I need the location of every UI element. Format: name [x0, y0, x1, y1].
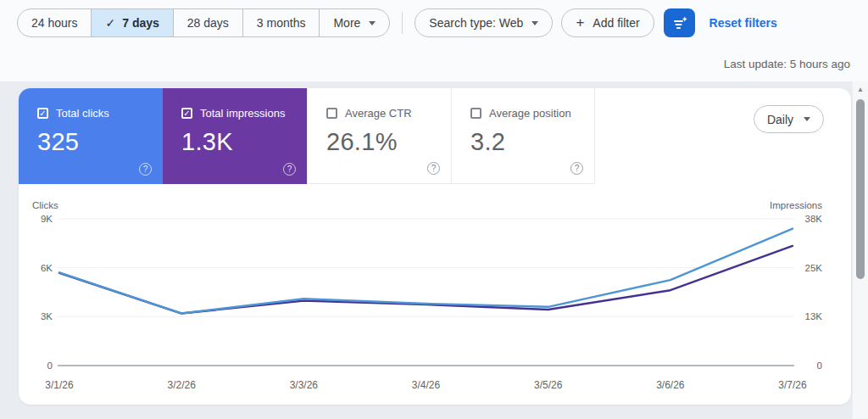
svg-text:3/2/26: 3/2/26 — [167, 379, 196, 391]
vertical-scrollbar[interactable]: ▲ — [853, 81, 868, 419]
total-clicks-card[interactable]: ✓ Total clicks 325 ? — [19, 88, 163, 184]
date-range-28-days[interactable]: 28 days — [173, 9, 242, 36]
svg-text:13K: 13K — [805, 311, 823, 321]
checkbox-unchecked-icon[interactable] — [326, 108, 337, 119]
date-range-segmented-control: 24 hours ✓ 7 days 28 days 3 months More — [17, 8, 390, 37]
date-range-more-dropdown[interactable]: More — [319, 9, 389, 36]
performance-line-chart[interactable]: 003K13K6K25K9K38KClicksImpressions3/1/26… — [19, 192, 851, 404]
svg-text:Clicks: Clicks — [32, 200, 58, 210]
help-icon[interactable]: ? — [283, 163, 296, 176]
date-range-label: 3 months — [257, 16, 306, 30]
svg-text:3/1/26: 3/1/26 — [45, 379, 74, 391]
plus-icon: + — [576, 14, 584, 31]
metric-value: 3.2 — [470, 128, 594, 156]
svg-text:6K: 6K — [41, 263, 53, 273]
date-range-label: 28 days — [187, 16, 229, 30]
svg-text:9K: 9K — [41, 214, 53, 224]
toolbar-divider — [402, 12, 403, 34]
filter-settings-button[interactable] — [664, 8, 695, 37]
svg-text:3/7/26: 3/7/26 — [778, 379, 807, 391]
performance-panel: ✓ Total clicks 325 ? ✓ Total impressions… — [19, 88, 851, 405]
svg-text:Impressions: Impressions — [770, 200, 822, 210]
more-label: More — [333, 16, 360, 30]
svg-text:38K: 38K — [805, 214, 823, 224]
svg-text:25K: 25K — [805, 263, 823, 273]
metric-label: Total impressions — [200, 107, 285, 120]
svg-text:3/4/26: 3/4/26 — [412, 379, 441, 391]
search-type-dropdown[interactable]: Search type: Web — [415, 8, 553, 37]
svg-text:0: 0 — [47, 360, 53, 371]
date-range-7-days[interactable]: ✓ 7 days — [91, 9, 172, 36]
svg-text:3/3/26: 3/3/26 — [290, 379, 319, 391]
metric-label: Total clicks — [56, 107, 109, 120]
date-range-3-months[interactable]: 3 months — [242, 9, 320, 36]
svg-text:3/5/26: 3/5/26 — [534, 379, 563, 391]
average-position-card[interactable]: Average position 3.2 ? — [451, 88, 595, 184]
filter-toolbar: 24 hours ✓ 7 days 28 days 3 months More … — [17, 8, 777, 37]
average-ctr-card[interactable]: Average CTR 26.1% ? — [307, 88, 451, 184]
svg-text:3/6/26: 3/6/26 — [656, 379, 685, 391]
metric-value: 26.1% — [326, 128, 451, 156]
checkbox-unchecked-icon[interactable] — [470, 108, 481, 119]
help-icon[interactable]: ? — [139, 163, 152, 176]
metric-cards-row: ✓ Total clicks 325 ? ✓ Total impressions… — [19, 88, 851, 184]
granularity-dropdown[interactable]: Daily — [754, 105, 824, 133]
help-icon[interactable]: ? — [427, 162, 440, 175]
check-icon: ✓ — [105, 16, 115, 30]
scrollbar-up-arrow-icon[interactable]: ▲ — [853, 86, 868, 93]
add-filter-label: Add filter — [593, 16, 639, 30]
help-icon[interactable]: ? — [570, 162, 583, 175]
search-type-label: Search type: Web — [429, 16, 523, 30]
date-range-label: 24 hours — [31, 16, 77, 30]
metric-label: Average position — [489, 107, 571, 120]
scrollbar-thumb[interactable] — [856, 99, 865, 279]
reset-filters-link[interactable]: Reset filters — [709, 16, 777, 30]
chevron-down-icon — [369, 21, 376, 25]
metric-value: 1.3K — [181, 128, 307, 156]
chevron-down-icon — [531, 21, 538, 25]
svg-text:3K: 3K — [41, 311, 53, 321]
date-range-label: 7 days — [122, 16, 159, 30]
checkbox-checked-icon[interactable]: ✓ — [37, 108, 48, 119]
checkbox-checked-icon[interactable]: ✓ — [181, 108, 192, 119]
date-range-24-hours[interactable]: 24 hours — [18, 9, 91, 36]
tune-filter-icon — [671, 16, 687, 31]
chevron-down-icon — [804, 117, 810, 121]
total-impressions-card[interactable]: ✓ Total impressions 1.3K ? — [163, 88, 307, 184]
metric-value: 325 — [37, 128, 163, 156]
granularity-label: Daily — [767, 113, 793, 126]
add-filter-button[interactable]: + Add filter — [561, 8, 654, 37]
metric-label: Average CTR — [345, 107, 412, 120]
last-update-text: Last update: 5 hours ago — [724, 58, 850, 70]
svg-text:0: 0 — [817, 360, 822, 371]
